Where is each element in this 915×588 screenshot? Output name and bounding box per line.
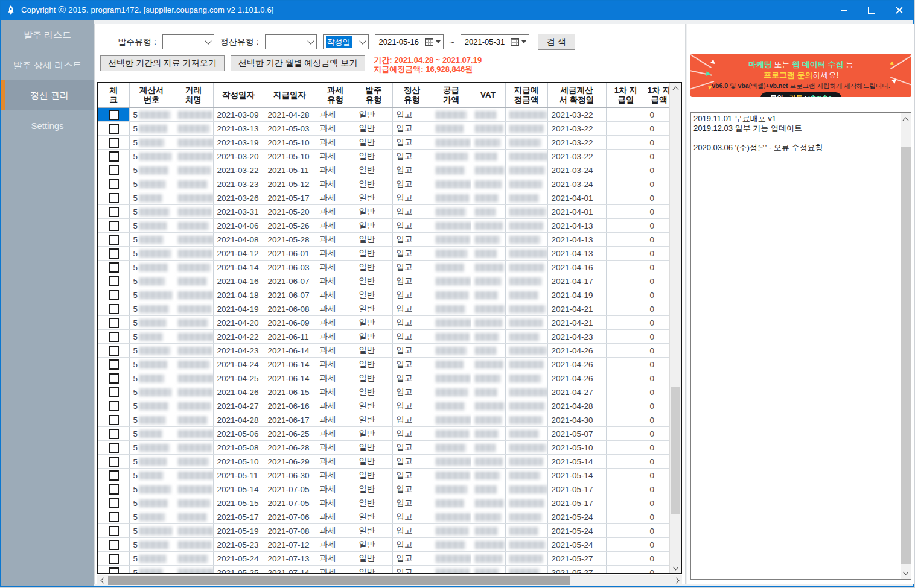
row-checkbox[interactable] [109,567,119,575]
column-header[interactable]: 정산유형 [392,83,432,108]
table-row[interactable]: 52021-04-222021-06-11과세일반입고2021-04-230 [98,330,672,344]
table-row[interactable]: 52021-03-312021-05-20과세일반입고2021-04-010 [98,205,672,219]
row-checkbox[interactable] [109,290,119,300]
table-row[interactable]: 52021-04-182021-06-07과세일반입고2021-04-190 [98,288,672,302]
scroll-right-button[interactable] [672,575,682,586]
monthly-preview-button[interactable]: 선택한 기간 월별 예상금액 보기 [231,55,366,71]
close-button[interactable] [885,1,913,20]
row-checkbox-cell[interactable] [98,205,129,219]
column-header[interactable]: 체크 [98,83,129,108]
row-checkbox-cell[interactable] [98,247,129,261]
table-row[interactable]: 52021-05-102021-06-29과세일반입고2021-05-140 [98,455,672,469]
row-checkbox-cell[interactable] [98,524,129,538]
table-row[interactable]: 52021-04-192021-06-08과세일반입고2021-04-210 [98,302,672,316]
row-checkbox-cell[interactable] [98,455,129,469]
row-checkbox[interactable] [109,276,119,286]
table-row[interactable]: 52021-04-162021-06-07과세일반입고2021-04-170 [98,274,672,288]
table-row[interactable]: 52021-04-242021-06-14과세일반입고2021-04-260 [98,358,672,371]
row-checkbox-cell[interactable] [98,552,129,566]
row-checkbox-cell[interactable] [98,371,129,385]
row-checkbox[interactable] [109,470,119,481]
minimize-button[interactable] [830,1,858,20]
row-checkbox-cell[interactable] [98,163,129,177]
notes-scrollbar[interactable] [901,113,911,579]
row-checkbox[interactable] [109,346,119,356]
row-checkbox-cell[interactable] [98,316,129,330]
date-from-input[interactable]: 2021-05-16 [375,34,444,49]
settle-type-select[interactable] [265,34,317,49]
row-checkbox[interactable] [109,498,119,508]
horizontal-scroll-thumb[interactable] [108,576,570,585]
table-row[interactable]: 52021-03-132021-05-03과세일반입고2021-03-220 [98,122,672,136]
row-checkbox[interactable] [109,151,119,162]
table-row[interactable]: 52021-05-242021-07-13과세일반입고2021-05-270 [98,552,672,566]
row-checkbox[interactable] [109,359,119,370]
table-row[interactable]: 52021-04-122021-06-01과세일반입고2021-04-130 [98,247,672,261]
row-checkbox[interactable] [109,235,119,245]
row-checkbox-cell[interactable] [98,469,129,482]
row-checkbox-cell[interactable] [98,136,129,150]
row-checkbox[interactable] [109,138,119,148]
row-checkbox-cell[interactable] [98,496,129,510]
column-header[interactable]: 세금계산서 확정일 [547,83,606,108]
row-checkbox-cell[interactable] [98,566,129,575]
row-checkbox[interactable] [109,429,119,439]
scroll-left-button[interactable] [97,575,107,586]
table-row[interactable]: 52021-05-172021-07-06과세일반입고2021-05-240 [98,510,672,524]
row-checkbox-cell[interactable] [98,441,129,455]
table-row[interactable]: 52021-05-232021-07-12과세일반입고2021-05-240 [98,538,672,552]
sidebar-item[interactable]: 발주 상세 리스트 [1,50,94,80]
table-vertical-scrollbar[interactable] [669,83,681,573]
search-button[interactable]: 검 색 [538,34,575,50]
contact-pill[interactable]: 문의 - 카톡 : vbnvba [760,92,841,97]
maximize-button[interactable] [858,1,885,20]
date-to-input[interactable]: 2021-05-31 [461,34,529,49]
row-checkbox-cell[interactable] [98,510,129,524]
column-header[interactable]: 발주유형 [355,83,392,108]
table-row[interactable]: 52021-03-192021-05-10과세일반입고2021-03-220 [98,136,672,150]
table-row[interactable]: 52021-04-232021-06-14과세일반입고2021-04-260 [98,344,672,358]
row-checkbox[interactable] [109,262,119,273]
row-checkbox[interactable] [109,415,119,425]
row-checkbox[interactable] [109,318,119,328]
row-checkbox[interactable] [109,540,119,550]
row-checkbox-cell[interactable] [98,108,129,122]
changelog-box[interactable]: 2019.11.01 무료배포 v12019.12.03 일부 기능 업데이트 … [690,112,911,580]
table-row[interactable]: 52021-05-152021-07-05과세일반입고2021-05-170 [98,496,672,510]
notes-scroll-thumb[interactable] [901,147,911,564]
row-checkbox[interactable] [109,387,119,397]
scroll-down-button[interactable] [901,567,911,578]
row-checkbox[interactable] [109,124,119,134]
column-header[interactable]: 공급가액 [432,83,471,108]
row-checkbox[interactable] [109,221,119,231]
row-checkbox[interactable] [109,554,119,564]
column-header[interactable]: 지급일자 [264,83,316,108]
table-row[interactable]: 52021-04-282021-06-17과세일반입고2021-04-300 [98,413,672,427]
column-header[interactable]: 계산서번호 [129,83,174,108]
row-checkbox[interactable] [109,332,119,342]
row-checkbox[interactable] [109,179,119,189]
table-row[interactable]: 52021-05-062021-06-25과세일반입고2021-05-070 [98,427,672,441]
row-checkbox[interactable] [109,110,119,120]
row-checkbox[interactable] [109,526,119,536]
vertical-scroll-thumb[interactable] [671,387,680,514]
table-row[interactable]: 52021-03-202021-05-10과세일반입고2021-03-220 [98,150,672,163]
table-row[interactable]: 52021-05-192021-07-08과세일반입고2021-05-240 [98,524,672,538]
table-horizontal-scrollbar[interactable] [97,575,682,586]
table-row[interactable]: 52021-03-262021-05-17과세일반입고2021-04-010 [98,191,672,205]
row-checkbox-cell[interactable] [98,288,129,302]
table-row[interactable]: 52021-05-112021-06-30과세일반입고2021-05-140 [98,469,672,482]
table-row[interactable]: 52021-04-082021-05-28과세일반입고2021-04-130 [98,233,672,247]
row-checkbox-cell[interactable] [98,538,129,552]
row-checkbox-cell[interactable] [98,261,129,274]
row-checkbox-cell[interactable] [98,274,129,288]
row-checkbox-cell[interactable] [98,219,129,233]
row-checkbox-cell[interactable] [98,399,129,413]
row-checkbox[interactable] [109,401,119,411]
row-checkbox[interactable] [109,443,119,453]
sidebar-item[interactable]: 발주 리스트 [1,20,94,50]
ad-banner[interactable]: 마케팅 또는 웹 데이터 수집 등 프로그램 문의하세요! vb6.0 및 vb… [690,54,911,97]
table-row[interactable]: 52021-04-202021-06-09과세일반입고2021-04-210 [98,316,672,330]
row-checkbox-cell[interactable] [98,191,129,205]
table-row[interactable]: 52021-04-142021-06-03과세일반입고2021-04-160 [98,261,672,274]
